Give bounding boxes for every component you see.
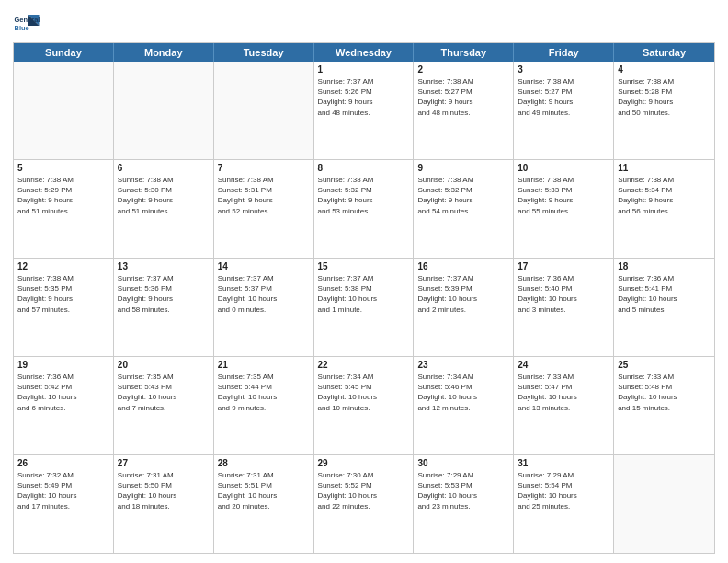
day-number: 28 [218, 458, 310, 468]
day-number: 25 [618, 360, 711, 370]
calendar-cell [14, 62, 114, 159]
day-number: 7 [218, 163, 310, 173]
day-info: Sunrise: 7:37 AM Sunset: 5:38 PM Dayligh… [318, 273, 410, 315]
calendar-cell: 8Sunrise: 7:38 AM Sunset: 5:32 PM Daylig… [314, 160, 415, 258]
day-info: Sunrise: 7:38 AM Sunset: 5:35 PM Dayligh… [17, 273, 109, 315]
day-number: 15 [318, 261, 410, 271]
day-number: 13 [118, 261, 210, 271]
day-info: Sunrise: 7:31 AM Sunset: 5:50 PM Dayligh… [118, 470, 210, 511]
day-info: Sunrise: 7:36 AM Sunset: 5:41 PM Dayligh… [618, 273, 711, 315]
day-info: Sunrise: 7:38 AM Sunset: 5:28 PM Dayligh… [618, 76, 711, 118]
day-info: Sunrise: 7:38 AM Sunset: 5:27 PM Dayligh… [417, 76, 509, 118]
calendar-cell: 17Sunrise: 7:36 AM Sunset: 5:40 PM Dayli… [514, 259, 614, 356]
day-info: Sunrise: 7:37 AM Sunset: 5:26 PM Dayligh… [318, 76, 410, 118]
calendar-cell: 19Sunrise: 7:36 AM Sunset: 5:42 PM Dayli… [14, 357, 114, 454]
day-number: 14 [218, 261, 310, 271]
header: General Blue [13, 9, 715, 37]
day-info: Sunrise: 7:32 AM Sunset: 5:49 PM Dayligh… [17, 470, 109, 511]
header-day-saturday: Saturday [614, 43, 714, 62]
day-number: 20 [118, 360, 210, 370]
day-info: Sunrise: 7:33 AM Sunset: 5:47 PM Dayligh… [518, 372, 609, 413]
header-day-friday: Friday [514, 43, 614, 62]
header-day-thursday: Thursday [414, 43, 514, 62]
calendar-week-4: 19Sunrise: 7:36 AM Sunset: 5:42 PM Dayli… [14, 356, 714, 454]
header-day-wednesday: Wednesday [314, 43, 415, 62]
calendar-week-5: 26Sunrise: 7:32 AM Sunset: 5:49 PM Dayli… [14, 454, 714, 553]
day-number: 23 [417, 360, 509, 370]
day-info: Sunrise: 7:36 AM Sunset: 5:40 PM Dayligh… [518, 273, 609, 315]
calendar-cell: 5Sunrise: 7:38 AM Sunset: 5:29 PM Daylig… [14, 160, 114, 258]
day-number: 24 [518, 360, 609, 370]
day-info: Sunrise: 7:38 AM Sunset: 5:32 PM Dayligh… [417, 175, 509, 216]
day-number: 2 [417, 64, 509, 75]
calendar-cell: 9Sunrise: 7:38 AM Sunset: 5:32 PM Daylig… [414, 160, 514, 258]
calendar-cell: 25Sunrise: 7:33 AM Sunset: 5:48 PM Dayli… [614, 357, 714, 454]
day-number: 9 [417, 163, 509, 173]
day-info: Sunrise: 7:36 AM Sunset: 5:42 PM Dayligh… [17, 372, 109, 413]
calendar-week-3: 12Sunrise: 7:38 AM Sunset: 5:35 PM Dayli… [14, 258, 714, 356]
svg-text:General: General [15, 16, 40, 24]
calendar-cell: 27Sunrise: 7:31 AM Sunset: 5:50 PM Dayli… [114, 455, 214, 553]
day-info: Sunrise: 7:34 AM Sunset: 5:46 PM Dayligh… [417, 372, 509, 413]
calendar-cell: 18Sunrise: 7:36 AM Sunset: 5:41 PM Dayli… [614, 259, 714, 356]
calendar-cell: 11Sunrise: 7:38 AM Sunset: 5:34 PM Dayli… [614, 160, 714, 258]
day-number: 27 [118, 458, 210, 468]
day-number: 16 [417, 261, 509, 271]
calendar-cell: 16Sunrise: 7:37 AM Sunset: 5:39 PM Dayli… [414, 259, 514, 356]
day-number: 6 [118, 163, 210, 173]
day-number: 3 [518, 64, 609, 75]
day-number: 30 [417, 458, 509, 468]
day-info: Sunrise: 7:38 AM Sunset: 5:33 PM Dayligh… [518, 175, 609, 216]
day-info: Sunrise: 7:37 AM Sunset: 5:37 PM Dayligh… [218, 273, 310, 315]
calendar-cell: 14Sunrise: 7:37 AM Sunset: 5:37 PM Dayli… [214, 259, 314, 356]
day-number: 31 [518, 458, 609, 468]
calendar-cell: 31Sunrise: 7:29 AM Sunset: 5:54 PM Dayli… [514, 455, 614, 553]
day-number: 11 [618, 163, 711, 173]
calendar-cell: 7Sunrise: 7:38 AM Sunset: 5:31 PM Daylig… [214, 160, 314, 258]
day-info: Sunrise: 7:37 AM Sunset: 5:36 PM Dayligh… [118, 273, 210, 315]
day-number: 10 [518, 163, 609, 173]
calendar-week-2: 5Sunrise: 7:38 AM Sunset: 5:29 PM Daylig… [14, 159, 714, 258]
calendar-cell [114, 62, 214, 159]
day-number: 12 [17, 261, 109, 271]
day-info: Sunrise: 7:34 AM Sunset: 5:45 PM Dayligh… [318, 372, 410, 413]
calendar-cell: 28Sunrise: 7:31 AM Sunset: 5:51 PM Dayli… [214, 455, 314, 553]
day-number: 19 [17, 360, 109, 370]
calendar-cell: 24Sunrise: 7:33 AM Sunset: 5:47 PM Dayli… [514, 357, 614, 454]
calendar-cell: 22Sunrise: 7:34 AM Sunset: 5:45 PM Dayli… [314, 357, 415, 454]
day-number: 26 [17, 458, 109, 468]
day-info: Sunrise: 7:37 AM Sunset: 5:39 PM Dayligh… [417, 273, 509, 315]
day-info: Sunrise: 7:33 AM Sunset: 5:48 PM Dayligh… [618, 372, 711, 413]
header-day-tuesday: Tuesday [214, 43, 314, 62]
day-number: 1 [318, 64, 410, 75]
logo: General Blue [13, 9, 40, 37]
day-info: Sunrise: 7:38 AM Sunset: 5:34 PM Dayligh… [618, 175, 711, 216]
calendar-cell: 6Sunrise: 7:38 AM Sunset: 5:30 PM Daylig… [114, 160, 214, 258]
day-info: Sunrise: 7:29 AM Sunset: 5:54 PM Dayligh… [518, 470, 609, 511]
day-number: 29 [318, 458, 410, 468]
day-number: 4 [618, 64, 711, 75]
day-number: 8 [318, 163, 410, 173]
day-info: Sunrise: 7:38 AM Sunset: 5:32 PM Dayligh… [318, 175, 410, 216]
day-number: 21 [218, 360, 310, 370]
day-info: Sunrise: 7:35 AM Sunset: 5:43 PM Dayligh… [118, 372, 210, 413]
calendar-cell: 20Sunrise: 7:35 AM Sunset: 5:43 PM Dayli… [114, 357, 214, 454]
calendar-cell: 30Sunrise: 7:29 AM Sunset: 5:53 PM Dayli… [414, 455, 514, 553]
day-info: Sunrise: 7:29 AM Sunset: 5:53 PM Dayligh… [417, 470, 509, 511]
day-number: 17 [518, 261, 609, 271]
day-number: 18 [618, 261, 711, 271]
calendar-cell: 12Sunrise: 7:38 AM Sunset: 5:35 PM Dayli… [14, 259, 114, 356]
page: General Blue SundayMondayTuesdayWednesda… [0, 0, 728, 563]
calendar-cell: 10Sunrise: 7:38 AM Sunset: 5:33 PM Dayli… [514, 160, 614, 258]
calendar-cell [214, 62, 314, 159]
day-info: Sunrise: 7:30 AM Sunset: 5:52 PM Dayligh… [318, 470, 410, 511]
calendar-cell: 4Sunrise: 7:38 AM Sunset: 5:28 PM Daylig… [614, 62, 714, 159]
day-number: 5 [17, 163, 109, 173]
calendar-cell: 29Sunrise: 7:30 AM Sunset: 5:52 PM Dayli… [314, 455, 415, 553]
calendar-cell: 26Sunrise: 7:32 AM Sunset: 5:49 PM Dayli… [14, 455, 114, 553]
svg-text:Blue: Blue [15, 24, 29, 32]
calendar-week-1: 1Sunrise: 7:37 AM Sunset: 5:26 PM Daylig… [14, 62, 714, 159]
calendar-cell: 3Sunrise: 7:38 AM Sunset: 5:27 PM Daylig… [514, 62, 614, 159]
logo-icon: General Blue [13, 9, 40, 37]
calendar-cell: 13Sunrise: 7:37 AM Sunset: 5:36 PM Dayli… [114, 259, 214, 356]
